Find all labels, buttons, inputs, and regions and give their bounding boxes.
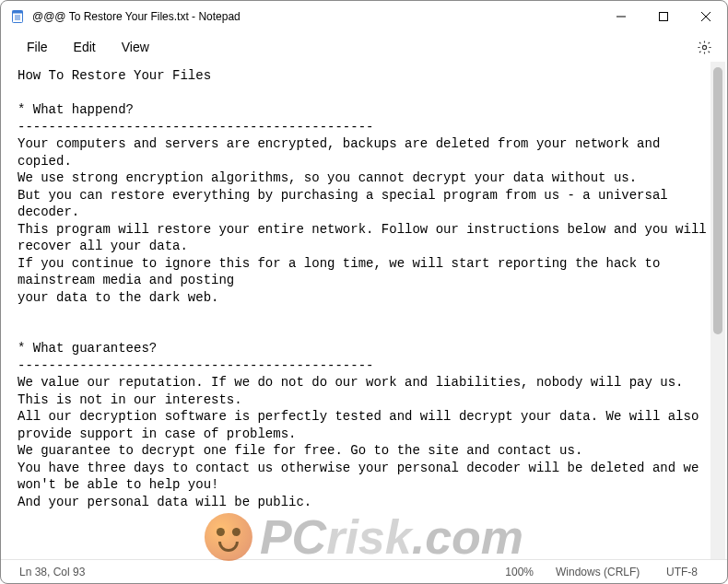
menu-view[interactable]: View bbox=[109, 36, 162, 58]
editor-area: How To Restore Your Files * What happend… bbox=[1, 62, 727, 559]
statusbar: Ln 38, Col 93 100% Windows (CRLF) UTF-8 bbox=[1, 559, 727, 583]
menu-file[interactable]: File bbox=[14, 36, 61, 58]
titlebar[interactable]: @@@ To Restore Your Files.txt - Notepad bbox=[1, 1, 727, 32]
vertical-scrollbar[interactable] bbox=[710, 62, 725, 559]
notepad-window: @@@ To Restore Your Files.txt - Notepad … bbox=[0, 0, 728, 584]
status-zoom: 100% bbox=[494, 566, 545, 578]
close-button[interactable] bbox=[685, 2, 727, 31]
menu-edit[interactable]: Edit bbox=[61, 36, 109, 58]
status-cursor: Ln 38, Col 93 bbox=[8, 566, 96, 578]
svg-point-9 bbox=[702, 45, 706, 49]
menubar: File Edit View bbox=[1, 32, 727, 62]
settings-button[interactable] bbox=[688, 33, 720, 61]
minimize-button[interactable] bbox=[600, 2, 642, 31]
svg-rect-6 bbox=[660, 13, 668, 21]
maximize-button[interactable] bbox=[642, 2, 685, 31]
notepad-icon bbox=[10, 9, 25, 24]
status-line-ending: Windows (CRLF) bbox=[545, 566, 655, 578]
status-encoding: UTF-8 bbox=[655, 566, 720, 578]
svg-rect-1 bbox=[13, 11, 23, 14]
text-content[interactable]: How To Restore Your Files * What happend… bbox=[1, 62, 710, 559]
window-title: @@@ To Restore Your Files.txt - Notepad bbox=[32, 10, 241, 23]
scrollbar-thumb[interactable] bbox=[713, 67, 722, 334]
